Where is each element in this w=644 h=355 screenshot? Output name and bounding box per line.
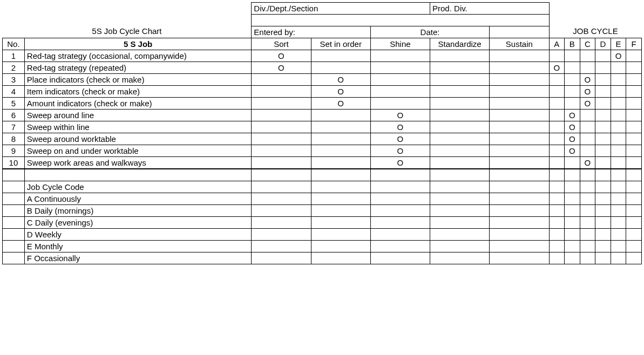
table-row: 9Sweep on and under worktableOO [3,145,642,157]
date-label: Date: [421,28,440,37]
col-cycle-b: B [565,38,580,50]
col-cycle-f: F [626,38,642,50]
col-cycle-c: C [580,38,595,50]
col-set-in-order: Set in order [311,38,370,50]
legend-text: A Continuously [24,193,252,204]
job-description: Sweep around line [24,110,252,121]
col-sustain: Sustain [490,38,549,50]
job-description: Place indicators (check or make) [24,74,252,86]
job-description: Amount indicators (check or make) [24,98,252,110]
job-description: Sweep on and under worktable [24,145,252,157]
legend-row: E Monthly [3,240,642,252]
job-cycle-heading: JOB CYCLE [573,26,618,36]
legend-text: Job Cycle Code [24,181,252,193]
col-cycle-a: A [549,38,565,50]
col-job: 5 S Job [24,38,252,50]
table-row: 5Amount indicators (check or make)OO [3,98,642,110]
table-row: 8Sweep around worktableOO [3,133,642,145]
job-description: Red-tag strategy (occasional, companywid… [24,50,252,62]
legend-row: B Daily (mornings) [3,204,642,216]
table-row: 1Red-tag strategy (occasional, companywi… [3,50,642,62]
legend-text: C Daily (evenings) [24,216,252,228]
legend-text: D Weekly [24,228,252,240]
job-cycle-chart-table: 5S Job Cycle Chart Div./Dept./Section Pr… [2,2,642,264]
table-row: 7Sweep within lineOO [3,121,642,133]
col-sort: Sort [252,38,311,50]
legend-text: B Daily (mornings) [24,204,252,216]
job-description: Red-tag strategy (repeated) [24,62,252,74]
entered-by-label: Entered by: [254,28,295,37]
col-cycle-e: E [611,38,626,50]
job-description: Item indicators (check or make) [24,86,252,98]
col-no: No. [3,38,25,50]
div-dept-section-label: Div./Dept./Section [252,3,430,15]
table-row: 3Place indicators (check or make)OO [3,74,642,86]
spacer-row [3,169,642,181]
prod-div-label: Prod. Div. [430,3,549,15]
table-row: 6Sweep around lineOO [3,110,642,121]
table-row: 4Item indicators (check or make)OO [3,86,642,98]
legend-row: D Weekly [3,228,642,240]
col-cycle-d: D [595,38,611,50]
legend-text: F Occasionally [24,252,252,264]
legend-row: F Occasionally [3,252,642,264]
job-description: Sweep work areas and walkways [24,157,252,169]
column-header-row: No. 5 S Job Sort Set in order Shine Stan… [3,38,642,50]
table-row: 10Sweep work areas and walkwaysOO [3,157,642,169]
col-shine: Shine [370,38,430,50]
col-standardize: Standardize [430,38,490,50]
table-row: 2Red-tag strategy (repeated)OO [3,62,642,74]
date-value-cell [490,26,549,38]
div-dept-section-value [252,15,549,26]
legend-text: E Monthly [24,240,252,252]
job-description: Sweep within line [24,121,252,133]
legend-row: A Continuously [3,193,642,204]
chart-title: 5S Job Cycle Chart [92,26,161,36]
legend-row: Job Cycle Code [3,181,642,193]
legend-row: C Daily (evenings) [3,216,642,228]
job-description: Sweep around worktable [24,133,252,145]
